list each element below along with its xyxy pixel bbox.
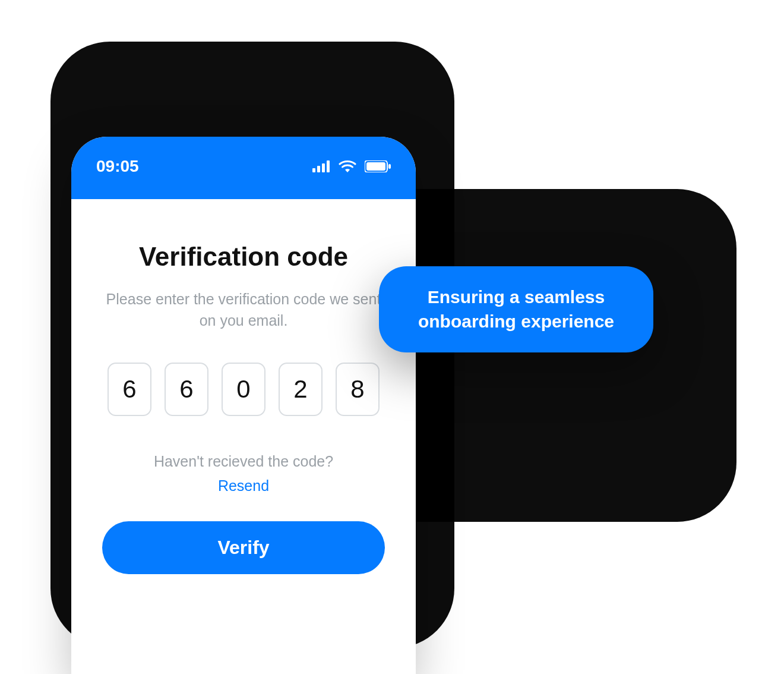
code-input-row: 6 6 0 2 8 [102,363,385,416]
status-bar: 09:05 [71,137,416,199]
resend-link[interactable]: Resend [218,475,269,497]
code-digit-5[interactable]: 8 [336,363,380,416]
svg-rect-5 [366,162,385,171]
status-icons [312,160,391,173]
svg-rect-6 [388,164,391,169]
code-digit-4[interactable]: 2 [279,363,323,416]
battery-icon [365,160,391,172]
page-subtitle: Please enter the verification code we se… [102,288,385,332]
svg-rect-0 [312,168,315,172]
code-digit-1[interactable]: 6 [108,363,151,416]
phone-frame: 09:05 [71,137,416,674]
resend-block: Haven't recieved the code? Resend [102,451,385,497]
page-title: Verification code [102,242,385,272]
signal-icon [312,160,330,172]
status-time: 09:05 [96,157,139,176]
code-digit-2[interactable]: 6 [165,363,208,416]
verify-button[interactable]: Verify [102,521,385,574]
callout-bubble: Ensuring a seamless onboarding experienc… [379,266,653,352]
verification-screen: Verification code Please enter the verif… [71,199,416,574]
wifi-icon [339,160,356,173]
svg-rect-3 [327,160,330,172]
resend-question: Haven't recieved the code? [102,451,385,473]
code-digit-3[interactable]: 0 [222,363,265,416]
svg-rect-2 [322,163,325,172]
svg-rect-1 [317,166,320,172]
